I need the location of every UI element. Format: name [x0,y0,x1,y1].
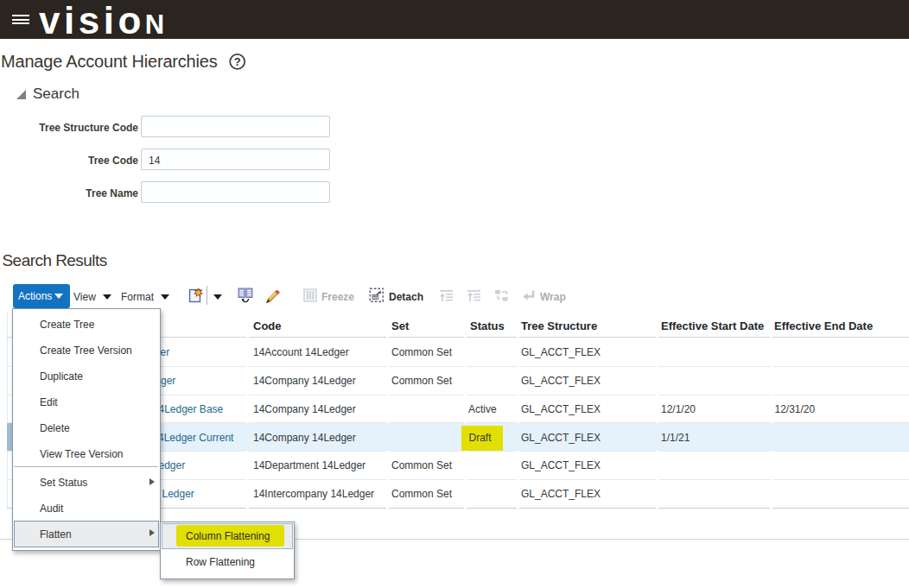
svg-text:?: ? [234,55,241,68]
